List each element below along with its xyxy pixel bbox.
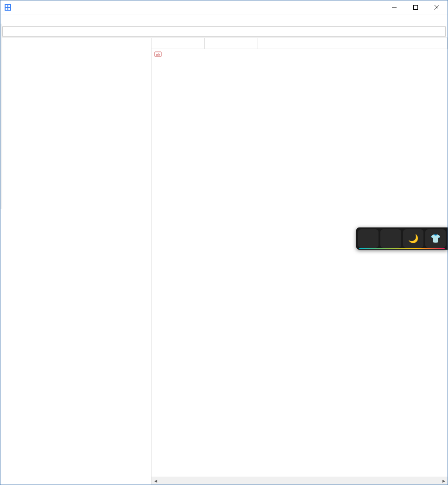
values-pane: ab ◀ ▶ — [151, 38, 448, 485]
content-area: ab ◀ ▶ — [0, 38, 448, 485]
col-header-data[interactable] — [258, 38, 448, 49]
menu-help[interactable] — [37, 19, 44, 21]
maximize-button[interactable] — [405, 0, 426, 14]
value-row[interactable]: ab — [151, 49, 448, 59]
window-controls — [384, 0, 448, 14]
horizontal-scrollbar[interactable]: ◀ ▶ — [151, 477, 448, 485]
ime-toolbar[interactable]: 🌙 👕 — [356, 227, 448, 250]
values-body[interactable]: ab — [151, 49, 448, 477]
svg-rect-1 — [6, 5, 7, 7]
values-header — [151, 38, 448, 49]
svg-rect-4 — [8, 8, 10, 10]
reg-sz-icon: ab — [154, 50, 162, 58]
menubar — [0, 14, 448, 26]
col-header-type[interactable] — [205, 38, 258, 49]
regedit-icon — [4, 4, 12, 11]
menu-view[interactable] — [20, 19, 27, 21]
ime-shirt-button[interactable]: 👕 — [425, 229, 446, 248]
col-header-name[interactable] — [151, 38, 205, 49]
svg-text:ab: ab — [156, 52, 160, 57]
ime-punctuation-button[interactable] — [380, 229, 401, 248]
address-bar[interactable] — [2, 26, 446, 37]
svg-rect-3 — [6, 8, 7, 10]
window: ab ◀ ▶ 🌙 👕 — [0, 0, 448, 485]
menu-favorites[interactable] — [28, 19, 36, 21]
menu-file[interactable] — [3, 19, 11, 21]
ime-moon-button[interactable]: 🌙 — [403, 229, 423, 248]
menu-edit[interactable] — [12, 19, 19, 21]
minimize-button[interactable] — [384, 0, 405, 14]
moon-icon: 🌙 — [408, 233, 418, 244]
ime-chinese-button[interactable] — [358, 229, 379, 248]
scroll-left-icon[interactable]: ◀ — [151, 477, 159, 485]
value-name-cell: ab — [151, 50, 205, 58]
titlebar[interactable] — [0, 0, 448, 14]
shirt-icon: 👕 — [430, 233, 441, 244]
tree-pane[interactable] — [0, 38, 151, 485]
close-button[interactable] — [426, 0, 448, 14]
scroll-right-icon[interactable]: ▶ — [440, 477, 448, 485]
svg-rect-6 — [414, 5, 418, 9]
svg-rect-2 — [8, 5, 10, 7]
